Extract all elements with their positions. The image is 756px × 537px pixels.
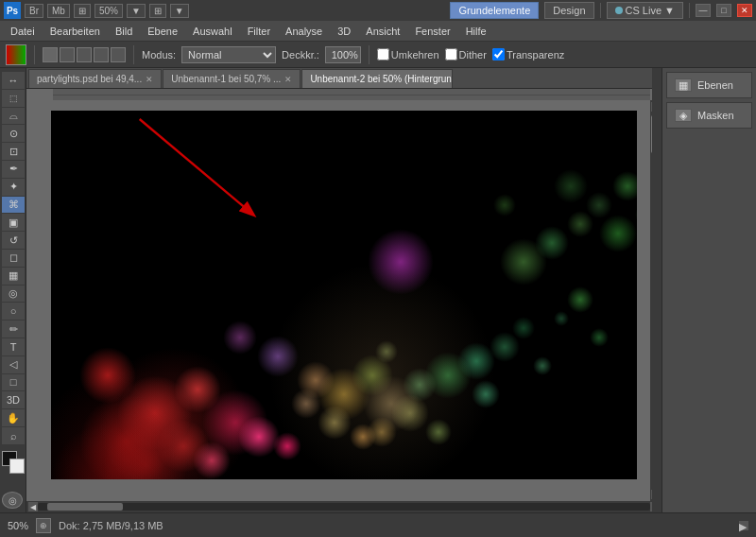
tool-hand[interactable]: ✋ xyxy=(2,409,25,426)
menu-bearbeiten[interactable]: Bearbeiten xyxy=(43,24,107,39)
bg-color-box[interactable] xyxy=(9,459,25,474)
view-dropdown[interactable]: ▼ xyxy=(170,4,189,18)
brush-preset-2[interactable] xyxy=(60,47,75,62)
bokeh-circle xyxy=(512,317,535,339)
color-swatch[interactable] xyxy=(6,44,26,65)
workspace: ↔ ⬚ ⌓ ⊙ ⊡ ✒ ✦ ⌘ ▣ ↺ ◻ ▦ ◎ ○ ✏ T ◁ □ 3D ✋… xyxy=(0,68,756,512)
maximize-button[interactable]: □ xyxy=(716,4,731,17)
menu-ebene[interactable]: Ebene xyxy=(141,24,184,39)
tool-lasso[interactable]: ⌓ xyxy=(2,108,25,125)
hscroll-left-arrow[interactable]: ◀ xyxy=(28,502,38,511)
canvas-area: partylights.psd bei 49,4... ✕ Unbenannt-… xyxy=(26,68,662,512)
brush-preset-4[interactable] xyxy=(94,47,109,62)
tab-partylights[interactable]: partylights.psd bei 49,4... ✕ xyxy=(28,69,162,88)
foreground-color[interactable] xyxy=(6,44,26,65)
tab-partylights-close[interactable]: ✕ xyxy=(146,75,153,84)
color-boxes[interactable] xyxy=(2,451,25,469)
tool-healpatch[interactable]: ✦ xyxy=(2,179,25,196)
bridge-badge[interactable]: Br xyxy=(25,4,43,18)
menu-3d[interactable]: 3D xyxy=(331,24,357,39)
close-button[interactable]: ✕ xyxy=(737,4,752,17)
bokeh-circle xyxy=(223,320,257,355)
hscroll-thumb[interactable] xyxy=(47,503,123,511)
canvas-container: ▲ ▼ xyxy=(26,89,662,501)
tool-blur[interactable]: ◎ xyxy=(2,286,25,303)
tool-brush[interactable]: ⌘ xyxy=(2,197,25,214)
menu-ansicht[interactable]: Ansicht xyxy=(359,24,406,39)
zoom-status-icon[interactable]: ⊕ xyxy=(36,518,51,533)
zoom-dropdown[interactable]: ▼ xyxy=(127,4,146,18)
brush-preset-1[interactable] xyxy=(43,47,58,62)
tool-pathselect[interactable]: ◁ xyxy=(2,356,25,373)
design-button[interactable]: Design xyxy=(544,2,593,19)
main-canvas xyxy=(51,111,637,479)
minimize-button[interactable]: — xyxy=(696,4,711,17)
masken-panel-item[interactable]: ◈ Masken xyxy=(666,102,752,129)
menu-datei[interactable]: Datei xyxy=(4,24,42,39)
masken-label: Masken xyxy=(697,110,734,121)
tool-marquee[interactable]: ⬚ xyxy=(2,90,25,107)
hscroll-track[interactable] xyxy=(38,503,650,511)
view-options[interactable]: ⊞ xyxy=(149,4,166,18)
cs-dot-icon xyxy=(615,7,623,14)
tab-partylights-label: partylights.psd bei 49,4... xyxy=(37,74,142,84)
tool-3d[interactable]: 3D xyxy=(2,391,25,408)
panel-left-scrollbar xyxy=(652,68,662,512)
tool-move[interactable]: ↔ xyxy=(2,72,25,89)
menu-fenster[interactable]: Fenster xyxy=(408,24,456,39)
tool-eyedropper[interactable]: ✒ xyxy=(2,161,25,178)
bokeh-circle xyxy=(533,356,552,375)
menu-analyse[interactable]: Analyse xyxy=(279,24,329,39)
menu-hilfe[interactable]: Hilfe xyxy=(459,24,493,39)
bokeh-circle xyxy=(493,194,516,217)
cs-live-button[interactable]: CS Live ▼ xyxy=(607,2,683,19)
modus-select[interactable]: Normal Multiplizieren Abblenden xyxy=(181,46,276,63)
grundelemente-button[interactable]: Grundelemente xyxy=(450,2,539,19)
options-bar: Modus: Normal Multiplizieren Abblenden D… xyxy=(0,42,756,68)
umkehren-checkbox-label[interactable]: Umkehren xyxy=(377,48,439,61)
tool-pen[interactable]: ✏ xyxy=(2,320,25,338)
tool-dodge[interactable]: ○ xyxy=(2,303,25,320)
dither-checkbox[interactable] xyxy=(445,48,457,61)
menu-auswahl[interactable]: Auswahl xyxy=(186,24,239,39)
title-bar: Ps Br Mb ⊞ 50% ▼ ⊞ ▼ Grundelemente Desig… xyxy=(0,0,756,21)
transparenz-checkbox-label[interactable]: Transparenz xyxy=(492,48,564,61)
tab-unbenannt1-close[interactable]: ✕ xyxy=(284,75,292,84)
brush-preset-5[interactable] xyxy=(111,47,126,62)
transparenz-checkbox[interactable] xyxy=(492,48,505,61)
masken-icon: ◈ xyxy=(675,109,692,122)
arrangement-icon[interactable]: ⊞ xyxy=(74,4,91,18)
quick-mask-toggle[interactable]: ◎ xyxy=(2,492,23,509)
tool-crop[interactable]: ⊡ xyxy=(2,143,25,160)
tool-gradient[interactable]: ▦ xyxy=(2,268,25,285)
zoom-badge[interactable]: 50% xyxy=(94,4,123,18)
umkehren-checkbox[interactable] xyxy=(377,48,389,61)
top-ruler xyxy=(53,89,650,100)
deckkr-input[interactable] xyxy=(325,46,361,63)
tool-quickselect[interactable]: ⊙ xyxy=(2,125,25,142)
ps-logo: Ps xyxy=(4,2,21,19)
modus-label: Modus: xyxy=(142,49,176,61)
tool-historybrush[interactable]: ↺ xyxy=(2,232,25,249)
tool-zoom[interactable]: ⌕ xyxy=(2,427,25,444)
horizontal-scrollbar[interactable]: ◀ ▶ xyxy=(26,501,662,512)
bokeh-circle xyxy=(554,169,588,203)
tool-text[interactable]: T xyxy=(2,338,25,355)
ebenen-panel-item[interactable]: ▦ Ebenen xyxy=(666,72,752,98)
bokeh-circle xyxy=(590,328,609,347)
tab-unbenannt1[interactable]: Unbenannt-1 bei 50,7% ... ✕ xyxy=(163,69,301,88)
dither-checkbox-label[interactable]: Dither xyxy=(445,48,487,61)
minibrige-badge[interactable]: Mb xyxy=(47,4,70,18)
glow-effect xyxy=(268,262,495,479)
bokeh-circle xyxy=(567,286,593,313)
toolbox: ↔ ⬚ ⌓ ⊙ ⊡ ✒ ✦ ⌘ ▣ ↺ ◻ ▦ ◎ ○ ✏ T ◁ □ 3D ✋… xyxy=(0,68,26,512)
tab-unbenannt2-label: Unbenannt-2 bei 50% (Hintergrund, RGB/8) xyxy=(310,74,453,84)
menu-filter[interactable]: Filter xyxy=(241,24,277,39)
menu-bild[interactable]: Bild xyxy=(109,24,139,39)
tool-stamp[interactable]: ▣ xyxy=(2,214,25,231)
tool-shape[interactable]: □ xyxy=(2,374,25,391)
tool-eraser[interactable]: ◻ xyxy=(2,250,25,267)
tab-unbenannt2[interactable]: Unbenannt-2 bei 50% (Hintergrund, RGB/8)… xyxy=(301,69,453,88)
brush-preset-3[interactable] xyxy=(77,47,92,62)
status-expand-btn[interactable]: ▶ xyxy=(739,521,748,530)
